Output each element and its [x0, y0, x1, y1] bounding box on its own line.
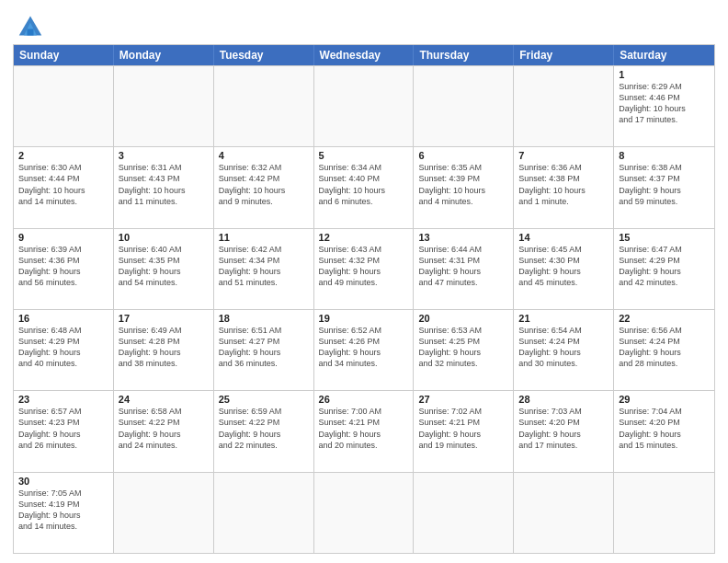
day-number: 28 — [518, 394, 609, 405]
calendar-cell — [214, 66, 314, 146]
calendar-cell: 9Sunrise: 6:39 AM Sunset: 4:36 PM Daylig… — [14, 229, 114, 309]
day-number: 20 — [418, 313, 508, 324]
calendar-cell: 27Sunrise: 7:02 AM Sunset: 4:21 PM Dayli… — [414, 391, 514, 471]
calendar-cell: 10Sunrise: 6:40 AM Sunset: 4:35 PM Dayli… — [114, 229, 214, 309]
calendar-cell — [314, 473, 415, 553]
calendar-cell: 11Sunrise: 6:42 AM Sunset: 4:34 PM Dayli… — [214, 229, 314, 309]
weekday-header: Sunday — [14, 45, 114, 65]
day-info: Sunrise: 7:04 AM Sunset: 4:20 PM Dayligh… — [619, 406, 710, 451]
day-info: Sunrise: 7:03 AM Sunset: 4:20 PM Dayligh… — [518, 406, 609, 451]
calendar-cell — [414, 66, 514, 146]
calendar: SundayMondayTuesdayWednesdayThursdayFrid… — [13, 44, 715, 554]
day-info: Sunrise: 6:36 AM Sunset: 4:38 PM Dayligh… — [518, 162, 609, 207]
calendar-cell: 15Sunrise: 6:47 AM Sunset: 4:29 PM Dayli… — [614, 229, 714, 309]
logo-icon — [16, 13, 45, 39]
calendar-cell: 8Sunrise: 6:38 AM Sunset: 4:37 PM Daylig… — [614, 147, 714, 227]
calendar-cell — [114, 473, 214, 553]
day-number: 13 — [418, 232, 508, 243]
calendar-body: 1Sunrise: 6:29 AM Sunset: 4:46 PM Daylig… — [14, 65, 714, 553]
calendar-cell: 1Sunrise: 6:29 AM Sunset: 4:46 PM Daylig… — [614, 66, 714, 146]
day-number: 16 — [18, 313, 108, 324]
day-info: Sunrise: 6:29 AM Sunset: 4:46 PM Dayligh… — [619, 81, 710, 126]
weekday-header: Wednesday — [314, 45, 415, 65]
svg-rect-2 — [28, 29, 34, 36]
day-info: Sunrise: 6:51 AM Sunset: 4:27 PM Dayligh… — [219, 325, 309, 370]
weekday-header: Tuesday — [214, 45, 314, 65]
day-number: 25 — [219, 394, 309, 405]
calendar-cell — [114, 66, 214, 146]
day-number: 23 — [18, 394, 108, 405]
day-number: 26 — [319, 394, 409, 405]
calendar-cell: 12Sunrise: 6:43 AM Sunset: 4:32 PM Dayli… — [314, 229, 415, 309]
calendar-cell: 14Sunrise: 6:45 AM Sunset: 4:30 PM Dayli… — [514, 229, 614, 309]
day-number: 15 — [619, 232, 710, 243]
day-number: 27 — [418, 394, 508, 405]
day-info: Sunrise: 6:34 AM Sunset: 4:40 PM Dayligh… — [319, 162, 409, 207]
day-info: Sunrise: 6:39 AM Sunset: 4:36 PM Dayligh… — [18, 244, 108, 289]
day-number: 18 — [219, 313, 309, 324]
calendar-cell — [14, 66, 114, 146]
day-number: 7 — [518, 150, 609, 161]
calendar-cell: 13Sunrise: 6:44 AM Sunset: 4:31 PM Dayli… — [414, 229, 514, 309]
day-info: Sunrise: 6:32 AM Sunset: 4:42 PM Dayligh… — [219, 162, 309, 207]
day-info: Sunrise: 6:45 AM Sunset: 4:30 PM Dayligh… — [518, 244, 609, 289]
calendar-cell — [614, 473, 714, 553]
calendar-cell: 20Sunrise: 6:53 AM Sunset: 4:25 PM Dayli… — [414, 310, 514, 390]
calendar-cell: 21Sunrise: 6:54 AM Sunset: 4:24 PM Dayli… — [514, 310, 614, 390]
day-number: 17 — [119, 313, 209, 324]
day-info: Sunrise: 6:35 AM Sunset: 4:39 PM Dayligh… — [418, 162, 508, 207]
header — [13, 9, 715, 39]
weekday-header: Friday — [514, 45, 614, 65]
day-info: Sunrise: 6:48 AM Sunset: 4:29 PM Dayligh… — [18, 325, 108, 370]
day-info: Sunrise: 6:42 AM Sunset: 4:34 PM Dayligh… — [219, 244, 309, 289]
day-number: 24 — [119, 394, 209, 405]
calendar-cell: 4Sunrise: 6:32 AM Sunset: 4:42 PM Daylig… — [214, 147, 314, 227]
calendar-cell: 23Sunrise: 6:57 AM Sunset: 4:23 PM Dayli… — [14, 391, 114, 471]
day-number: 29 — [619, 394, 710, 405]
day-number: 11 — [219, 232, 309, 243]
calendar-cell: 24Sunrise: 6:58 AM Sunset: 4:22 PM Dayli… — [114, 391, 214, 471]
day-info: Sunrise: 6:54 AM Sunset: 4:24 PM Dayligh… — [518, 325, 609, 370]
calendar-cell: 25Sunrise: 6:59 AM Sunset: 4:22 PM Dayli… — [214, 391, 314, 471]
day-number: 22 — [619, 313, 710, 324]
weekday-header: Thursday — [414, 45, 514, 65]
day-number: 19 — [319, 313, 409, 324]
calendar-cell: 16Sunrise: 6:48 AM Sunset: 4:29 PM Dayli… — [14, 310, 114, 390]
day-info: Sunrise: 6:57 AM Sunset: 4:23 PM Dayligh… — [18, 406, 108, 451]
calendar-row: 23Sunrise: 6:57 AM Sunset: 4:23 PM Dayli… — [14, 390, 714, 471]
day-info: Sunrise: 7:00 AM Sunset: 4:21 PM Dayligh… — [319, 406, 409, 451]
day-number: 9 — [18, 232, 108, 243]
weekday-header: Monday — [114, 45, 214, 65]
logo — [13, 13, 45, 39]
day-number: 1 — [619, 69, 710, 80]
calendar-header: SundayMondayTuesdayWednesdayThursdayFrid… — [14, 45, 714, 65]
calendar-cell — [514, 66, 614, 146]
calendar-cell: 22Sunrise: 6:56 AM Sunset: 4:24 PM Dayli… — [614, 310, 714, 390]
day-info: Sunrise: 6:52 AM Sunset: 4:26 PM Dayligh… — [319, 325, 409, 370]
calendar-cell: 6Sunrise: 6:35 AM Sunset: 4:39 PM Daylig… — [414, 147, 514, 227]
day-number: 21 — [518, 313, 609, 324]
calendar-row: 2Sunrise: 6:30 AM Sunset: 4:44 PM Daylig… — [14, 146, 714, 227]
calendar-cell — [314, 66, 415, 146]
day-number: 8 — [619, 150, 710, 161]
calendar-row: 16Sunrise: 6:48 AM Sunset: 4:29 PM Dayli… — [14, 309, 714, 390]
calendar-cell: 29Sunrise: 7:04 AM Sunset: 4:20 PM Dayli… — [614, 391, 714, 471]
day-info: Sunrise: 7:05 AM Sunset: 4:19 PM Dayligh… — [18, 488, 108, 533]
calendar-cell: 19Sunrise: 6:52 AM Sunset: 4:26 PM Dayli… — [314, 310, 415, 390]
day-number: 30 — [18, 476, 108, 487]
weekday-header: Saturday — [614, 45, 714, 65]
day-info: Sunrise: 6:59 AM Sunset: 4:22 PM Dayligh… — [219, 406, 309, 451]
day-number: 12 — [319, 232, 409, 243]
day-number: 14 — [518, 232, 609, 243]
day-info: Sunrise: 7:02 AM Sunset: 4:21 PM Dayligh… — [418, 406, 508, 451]
calendar-cell: 26Sunrise: 7:00 AM Sunset: 4:21 PM Dayli… — [314, 391, 415, 471]
calendar-cell — [514, 473, 614, 553]
day-number: 3 — [119, 150, 209, 161]
day-info: Sunrise: 6:43 AM Sunset: 4:32 PM Dayligh… — [319, 244, 409, 289]
day-info: Sunrise: 6:53 AM Sunset: 4:25 PM Dayligh… — [418, 325, 508, 370]
day-info: Sunrise: 6:38 AM Sunset: 4:37 PM Dayligh… — [619, 162, 710, 207]
calendar-row: 9Sunrise: 6:39 AM Sunset: 4:36 PM Daylig… — [14, 228, 714, 309]
page: SundayMondayTuesdayWednesdayThursdayFrid… — [0, 0, 728, 563]
calendar-cell: 2Sunrise: 6:30 AM Sunset: 4:44 PM Daylig… — [14, 147, 114, 227]
day-number: 2 — [18, 150, 108, 161]
